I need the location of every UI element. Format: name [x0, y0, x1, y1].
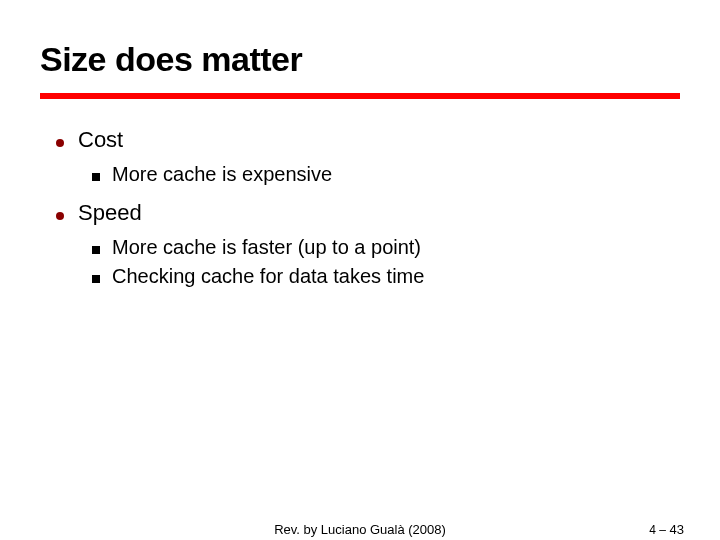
list-item-row: Cost	[56, 127, 664, 153]
bullet-label: Speed	[78, 200, 142, 226]
bullet-disc-icon	[56, 139, 64, 147]
list-item: More cache is expensive	[92, 163, 664, 186]
section-number: 4 –	[649, 523, 666, 537]
slide: Size does matter Cost More cache is expe…	[0, 0, 720, 540]
footer-right: 4 – 43	[649, 522, 684, 537]
bullet-list-level2: More cache is faster (up to a point) Che…	[92, 236, 664, 288]
list-item: Speed More cache is faster (up to a poin…	[56, 200, 664, 288]
bullet-label: Checking cache for data takes time	[112, 265, 424, 288]
bullet-square-icon	[92, 246, 100, 254]
footer-center: Rev. by Luciano Gualà (2008)	[0, 522, 720, 537]
page-title: Size does matter	[40, 40, 680, 79]
list-item-row: Speed	[56, 200, 664, 226]
page-number: 43	[670, 522, 684, 537]
bullet-square-icon	[92, 275, 100, 283]
list-item: Checking cache for data takes time	[92, 265, 664, 288]
bullet-label: More cache is faster (up to a point)	[112, 236, 421, 259]
title-wrap: Size does matter	[0, 0, 720, 79]
bullet-list-level1: Cost More cache is expensive Speed	[56, 127, 664, 288]
bullet-list-level2: More cache is expensive	[92, 163, 664, 186]
bullet-label: Cost	[78, 127, 123, 153]
bullet-square-icon	[92, 173, 100, 181]
list-item: Cost More cache is expensive	[56, 127, 664, 186]
bullet-label: More cache is expensive	[112, 163, 332, 186]
list-item: More cache is faster (up to a point)	[92, 236, 664, 259]
bullet-disc-icon	[56, 212, 64, 220]
content-area: Cost More cache is expensive Speed	[0, 99, 720, 288]
